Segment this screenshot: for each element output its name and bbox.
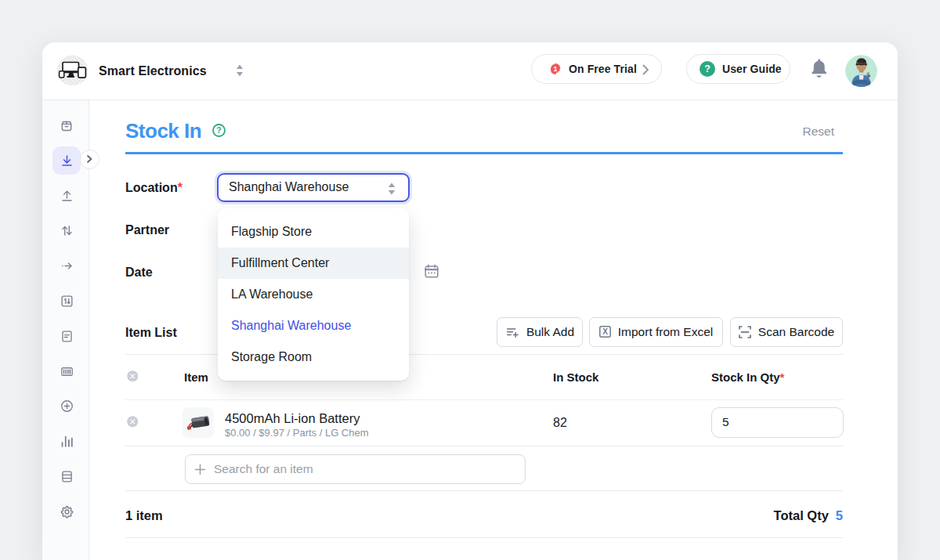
svg-text:1: 1 (553, 65, 557, 73)
svg-text:?: ? (704, 63, 710, 74)
svg-text:?: ? (216, 125, 221, 135)
svg-text:X: X (602, 327, 608, 336)
